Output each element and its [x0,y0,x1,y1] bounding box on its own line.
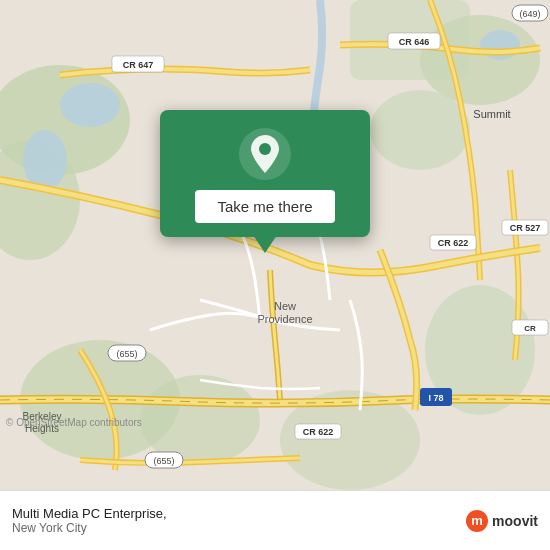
take-me-there-button[interactable]: Take me there [195,190,334,223]
svg-point-11 [23,130,67,190]
location-icon-wrapper [239,128,291,180]
svg-text:CR 527: CR 527 [510,223,541,233]
svg-text:New: New [274,300,296,312]
svg-text:CR 622: CR 622 [303,427,334,437]
bottom-info: Multi Media PC Enterprise, New York City [12,506,167,535]
svg-text:(655): (655) [116,349,137,359]
moovit-logo[interactable]: m moovit [466,510,538,532]
svg-text:CR 646: CR 646 [399,37,430,47]
map-container: CR 647 CR 646 (649) Summit CR 527 CR 622… [0,0,550,490]
popup-card: Take me there [160,110,370,237]
svg-text:CR 647: CR 647 [123,60,154,70]
svg-point-38 [259,143,271,155]
bottom-bar: Multi Media PC Enterprise, New York City… [0,490,550,550]
svg-text:CR: CR [524,324,536,333]
place-name: Multi Media PC Enterprise, [12,506,167,521]
svg-text:CR 622: CR 622 [438,238,469,248]
svg-text:I 78: I 78 [428,393,443,403]
moovit-text: moovit [492,513,538,529]
svg-text:Providence: Providence [257,313,312,325]
moovit-icon: m [466,510,488,532]
svg-text:(655): (655) [153,456,174,466]
place-city: New York City [12,521,167,535]
svg-text:(649): (649) [519,9,540,19]
svg-point-10 [60,83,120,127]
svg-point-4 [370,90,470,170]
svg-text:Summit: Summit [473,108,510,120]
osm-attribution: © OpenStreetMap contributors [6,417,142,428]
